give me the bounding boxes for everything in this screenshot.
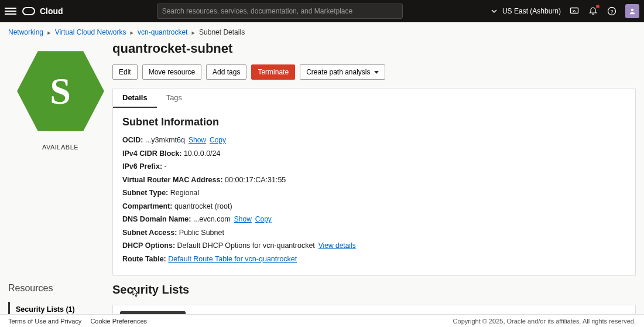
- search-box[interactable]: [157, 4, 403, 19]
- tab-tags[interactable]: Tags: [157, 88, 191, 108]
- access-label: Subnet Access:: [122, 229, 177, 237]
- compartment-value: quantrocket (root): [174, 202, 232, 210]
- status-label: AVAILABLE: [42, 144, 78, 151]
- dns-value: ...evcn.com: [193, 215, 231, 223]
- tabs: Details Tags: [112, 88, 636, 108]
- cidr-value: 10.0.0.0/24: [184, 149, 221, 158]
- dns-label: DNS Domain Name:: [122, 215, 191, 223]
- move-resource-button[interactable]: Move resource: [142, 64, 201, 80]
- chevron-down-icon: [489, 6, 499, 16]
- dns-show-link[interactable]: Show: [234, 215, 252, 223]
- terminate-button[interactable]: Terminate: [251, 64, 295, 80]
- region-selector[interactable]: US East (Ashburn): [489, 6, 561, 16]
- cloud-label: Cloud: [40, 6, 63, 16]
- subnet-info-panel: Subnet Information OCID: ...y3mkmt6qShow…: [112, 108, 636, 276]
- help-icon[interactable]: ?: [607, 6, 617, 16]
- top-bar: Cloud US East (Ashburn) ?: [0, 0, 644, 22]
- route-table-link[interactable]: Default Route Table for vcn-quantrocket: [168, 255, 297, 263]
- security-lists-heading: Security Lists: [112, 283, 636, 297]
- breadcrumb-link[interactable]: vcn-quantrocket: [138, 28, 187, 36]
- ipv6-label: IPv6 Prefix:: [122, 162, 162, 171]
- action-toolbar: Edit Move resource Add tags Terminate Cr…: [112, 64, 636, 80]
- cookie-preferences-link[interactable]: Cookie Preferences: [90, 318, 147, 325]
- ipv6-value: -: [165, 162, 167, 171]
- route-label: Route Table:: [122, 255, 166, 263]
- dhcp-value: Default DHCP Options for vcn-quantrocket: [177, 241, 315, 250]
- access-value: Public Subnet: [179, 229, 224, 237]
- notifications-icon[interactable]: [588, 6, 598, 16]
- search-input[interactable]: [162, 7, 398, 15]
- subnet-info-heading: Subnet Information: [122, 116, 626, 128]
- breadcrumb: Networking ► Virtual Cloud Networks ► vc…: [0, 22, 644, 40]
- mac-value: 00:00:17:CA:31:55: [225, 176, 286, 184]
- resources-heading: Resources: [8, 283, 112, 294]
- add-tags-button[interactable]: Add tags: [206, 64, 246, 80]
- hexagon-letter: S: [15, 46, 106, 137]
- type-label: Subnet Type:: [122, 189, 168, 197]
- breadcrumb-link[interactable]: Networking: [8, 28, 43, 36]
- type-value: Regional: [170, 189, 199, 197]
- breadcrumb-current: Subnet Details: [199, 28, 245, 36]
- copyright-text: Copyright © 2025, Oracle and/or its affi…: [453, 318, 636, 325]
- compartment-label: Compartment:: [122, 202, 172, 210]
- devtools-icon[interactable]: [569, 6, 580, 16]
- page-title: quantrocket-subnet: [112, 40, 636, 64]
- ocid-value: ...y3mkmt6q: [145, 136, 185, 144]
- resource-status-hexagon: S AVAILABLE: [8, 40, 112, 151]
- mac-label: Virtual Router MAC Address:: [122, 176, 223, 184]
- user-icon: [628, 7, 636, 15]
- ocid-show-link[interactable]: Show: [189, 136, 206, 144]
- dns-copy-link[interactable]: Copy: [255, 215, 272, 223]
- terms-link[interactable]: Terms of Use and Privacy: [8, 318, 81, 325]
- region-label: US East (Ashburn): [502, 7, 561, 15]
- tab-details[interactable]: Details: [113, 88, 157, 108]
- cidr-label: IPv4 CIDR Block:: [122, 149, 181, 158]
- ocid-label: OCID:: [122, 136, 143, 144]
- svg-text:?: ?: [610, 9, 613, 15]
- notification-dot-icon: [596, 5, 600, 8]
- create-path-analysis-button[interactable]: Create path analysis: [300, 64, 385, 80]
- profile-avatar[interactable]: [625, 4, 639, 18]
- footer: Terms of Use and Privacy Cookie Preferen…: [0, 314, 644, 327]
- edit-button[interactable]: Edit: [112, 64, 138, 80]
- svg-point-3: [631, 9, 633, 11]
- ocid-copy-link[interactable]: Copy: [210, 136, 226, 144]
- dhcp-label: DHCP Options:: [122, 241, 175, 250]
- oracle-logo-icon: [22, 7, 35, 15]
- breadcrumb-link[interactable]: Virtual Cloud Networks: [55, 28, 126, 36]
- dhcp-view-details-link[interactable]: View details: [318, 241, 356, 250]
- menu-icon[interactable]: [5, 5, 16, 17]
